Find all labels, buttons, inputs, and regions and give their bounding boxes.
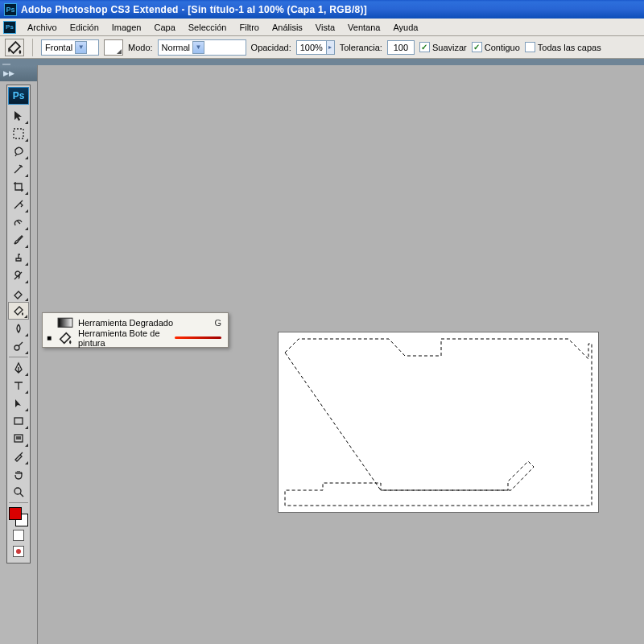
tolerance-field[interactable]: 100 <box>387 40 415 55</box>
pen-tool[interactable] <box>8 359 29 377</box>
active-indicator: ■ <box>46 333 52 342</box>
crop-tool[interactable] <box>8 178 29 196</box>
svg-rect-5 <box>58 318 72 327</box>
lasso-tool[interactable] <box>8 142 29 160</box>
svg-point-4 <box>14 488 21 494</box>
menu-vista[interactable]: Vista <box>309 20 341 35</box>
dock-header[interactable]: ▶▶ <box>0 65 37 81</box>
quick-mask-toggle[interactable] <box>8 527 29 543</box>
workspace <box>38 65 644 644</box>
tool-flyout-menu: Herramienta Degradado G ■ Herramienta Bo… <box>42 312 229 348</box>
checkbox-icon <box>525 42 535 52</box>
marching-ants-selection <box>284 338 592 506</box>
system-menu-icon[interactable]: Ps <box>3 21 16 34</box>
flyout-item-shortcut: G <box>214 318 221 328</box>
blend-mode-value: Normal <box>162 43 190 52</box>
paint-bucket-tool[interactable] <box>8 302 29 320</box>
fill-source-value: Frontal <box>45 43 72 52</box>
options-bar: Frontal ▼ Modo: Normal ▼ Opacidad: 100% … <box>0 36 644 59</box>
clone-stamp-tool[interactable] <box>8 249 29 266</box>
eyedropper-tool[interactable] <box>8 448 29 465</box>
tool-divider <box>9 502 28 503</box>
menu-bar: Ps Archivo Edición Imagen Capa Selección… <box>0 19 644 36</box>
opacity-value[interactable]: 100% <box>296 40 327 55</box>
blend-mode-dropdown[interactable]: Normal ▼ <box>158 39 246 56</box>
window-titlebar: Ps Adobe Photoshop CS3 Extended - [Sin t… <box>0 0 644 19</box>
notes-tool[interactable] <box>8 430 29 448</box>
standard-mode-icon <box>13 530 24 541</box>
tool-divider <box>9 357 28 357</box>
contiguous-label: Contiguo <box>485 43 520 52</box>
window-title: Adobe Photoshop CS3 Extended - [Sin títu… <box>21 4 367 15</box>
slice-tool[interactable] <box>8 196 29 213</box>
paint-bucket-icon <box>6 39 23 56</box>
eraser-tool[interactable] <box>8 284 29 302</box>
dropdown-arrow-icon: ▼ <box>192 41 204 54</box>
all-layers-label: Todas las capas <box>538 43 601 52</box>
dropdown-arrow-icon: ▼ <box>75 41 87 54</box>
shape-tool[interactable] <box>8 412 29 430</box>
menu-imagen[interactable]: Imagen <box>105 20 148 35</box>
photoshop-logo-icon: Ps <box>8 87 29 105</box>
brush-tool[interactable] <box>8 231 29 249</box>
type-tool[interactable] <box>8 377 29 394</box>
app-icon: Ps <box>4 3 17 16</box>
hand-tool[interactable] <box>8 465 29 483</box>
tolerance-label: Tolerancia: <box>340 43 382 52</box>
menu-filtro[interactable]: Filtro <box>233 20 265 35</box>
svg-rect-0 <box>14 129 23 138</box>
history-brush-tool[interactable] <box>8 266 29 284</box>
color-picker[interactable] <box>8 506 29 527</box>
menu-archivo[interactable]: Archivo <box>21 20 64 35</box>
path-selection-tool[interactable] <box>8 394 29 412</box>
pattern-swatch[interactable] <box>104 39 123 56</box>
foreground-color-swatch[interactable] <box>9 507 22 520</box>
blur-tool[interactable] <box>8 320 29 337</box>
marquee-tool[interactable] <box>8 125 29 142</box>
dodge-tool[interactable] <box>8 337 29 355</box>
active-tool-preset[interactable] <box>5 39 24 56</box>
antialias-checkbox[interactable]: ✓ Suavizar <box>419 42 467 52</box>
flyout-item-label: Herramienta Degradado <box>78 318 209 328</box>
toolbox-panel: Ps <box>6 85 31 564</box>
gradient-icon <box>57 316 73 329</box>
fill-source-dropdown[interactable]: Frontal ▼ <box>41 39 99 56</box>
paint-bucket-icon <box>57 332 73 345</box>
opacity-stepper[interactable]: ▸ <box>327 40 335 55</box>
zoom-tool[interactable] <box>8 483 29 501</box>
menu-capa[interactable]: Capa <box>147 20 181 35</box>
mode-label: Modo: <box>128 43 153 52</box>
screen-mode-icon <box>13 546 24 557</box>
opacity-field[interactable]: 100% ▸ <box>296 40 335 55</box>
annotation-arrow <box>175 336 221 339</box>
flyout-item-label: Herramienta Bote de pintura <box>78 328 171 348</box>
checkbox-icon: ✓ <box>472 42 482 52</box>
opacity-label: Opacidad: <box>251 43 291 52</box>
checkbox-icon: ✓ <box>419 42 430 52</box>
separator <box>32 39 33 56</box>
contiguous-checkbox[interactable]: ✓ Contiguo <box>472 42 520 52</box>
chevron-right-icon: ▶▶ <box>3 69 14 77</box>
menu-edicion[interactable]: Edición <box>64 20 105 35</box>
antialias-label: Suavizar <box>432 43 467 52</box>
magic-wand-tool[interactable] <box>8 160 29 178</box>
move-tool[interactable] <box>8 107 29 125</box>
healing-brush-tool[interactable] <box>8 213 29 231</box>
menu-seleccion[interactable]: Selección <box>182 20 233 35</box>
svg-rect-2 <box>14 418 23 424</box>
menu-ayuda[interactable]: Ayuda <box>386 20 424 35</box>
screen-mode-toggle[interactable] <box>8 543 29 559</box>
menu-analisis[interactable]: Análisis <box>266 20 309 35</box>
panel-tab-strip <box>0 59 644 65</box>
menu-ventana[interactable]: Ventana <box>341 20 386 35</box>
flyout-item-paint-bucket[interactable]: ■ Herramienta Bote de pintura <box>43 330 228 345</box>
left-dock: ▶▶ Ps <box>0 65 38 644</box>
document-canvas[interactable] <box>279 332 598 512</box>
all-layers-checkbox[interactable]: Todas las capas <box>525 42 601 52</box>
